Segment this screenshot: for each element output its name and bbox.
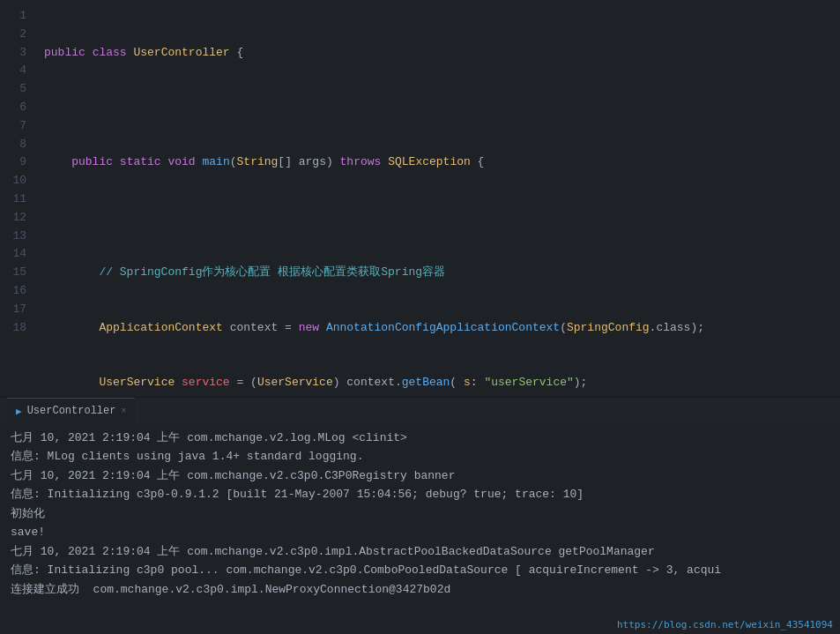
console-line-4: 信息: Initializing c3p0-0.9.1.2 [built 21-… [11,485,829,503]
console-line-1: 七月 10, 2021 2:19:04 上午 com.mchange.v2.lo… [11,429,829,447]
terminal-tab-usercontroller[interactable]: ▶ UserController × [7,398,135,423]
code-line: ApplicationContext context = new Annotat… [44,319,840,338]
console-line-5: 初始化 [11,504,829,523]
code-line: public static void main(String[] args) t… [44,153,840,172]
code-line [44,209,840,227]
code-editor: 1 2 3 4 5 6 7 8 9 10 11 12 13 14 15 16 1… [0,0,840,397]
terminal-tab-icon: ▶ [16,406,22,417]
line-numbers: 1 2 3 4 5 6 7 8 9 10 11 12 13 14 15 16 1… [0,0,35,397]
terminal-tabs: ▶ UserController × [0,397,840,423]
code-content[interactable]: public class UserController { public sta… [35,0,840,397]
terminal-tab-close[interactable]: × [121,407,126,416]
console-line-3: 七月 10, 2021 2:19:04 上午 com.mchange.v2.c3… [11,466,829,485]
console-line-7: 七月 10, 2021 2:19:04 上午 com.mchange.v2.c3… [11,542,829,561]
footer-url[interactable]: https://blog.csdn.net/weixin_43541094 [617,619,833,630]
code-line [44,99,840,117]
console-line-6: save! [11,523,829,541]
code-line: UserService service = (UserService) cont… [44,374,840,392]
code-line: public class UserController { [44,44,840,63]
console-line-2: 信息: MLog clients using java 1.4+ standar… [11,447,829,466]
console-line-8: 信息: Initializing c3p0 pool... com.mchang… [11,561,829,579]
terminal-tab-label: UserController [27,405,116,417]
console-output: 七月 10, 2021 2:19:04 上午 com.mchange.v2.lo… [0,423,840,634]
code-line: // SpringConfig作为核心配置 根据核心配置类获取Spring容器 [44,264,840,282]
console-line-9: 连接建立成功 com.mchange.v2.c3p0.impl.NewProxy… [11,580,829,599]
